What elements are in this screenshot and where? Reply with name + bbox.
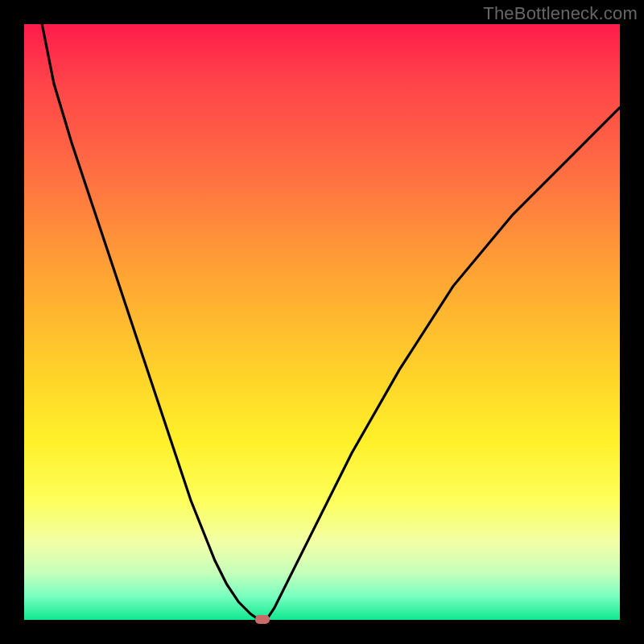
optimal-marker xyxy=(255,615,270,624)
curve-layer xyxy=(24,24,620,620)
bottleneck-curve xyxy=(42,24,620,620)
chart-frame: TheBottleneck.com xyxy=(0,0,644,644)
plot-area xyxy=(24,24,620,620)
watermark-text: TheBottleneck.com xyxy=(483,3,638,24)
